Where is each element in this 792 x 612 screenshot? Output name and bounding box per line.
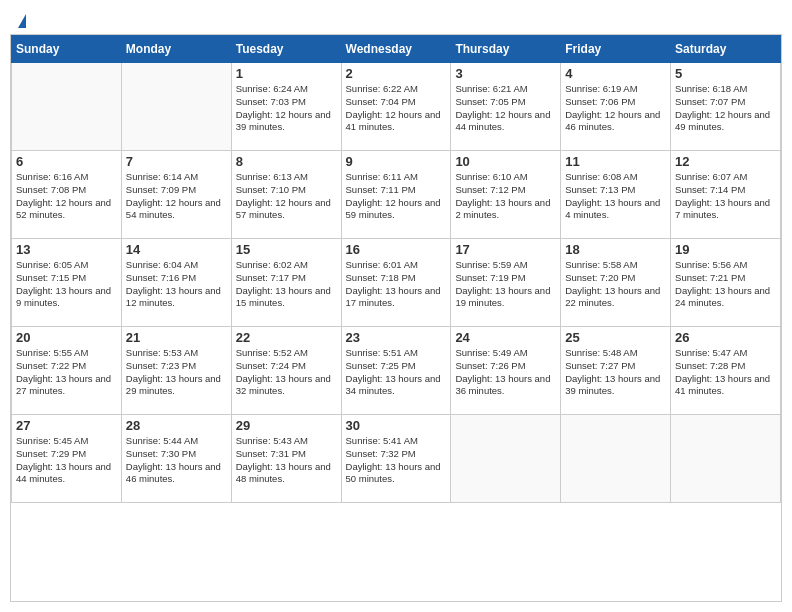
day-number: 4 <box>565 66 666 81</box>
daylight-text: Daylight: 13 hours and 48 minutes. <box>236 461 337 487</box>
cell-content: Sunrise: 6:22 AMSunset: 7:04 PMDaylight:… <box>346 83 447 134</box>
dow-header-saturday: Saturday <box>671 36 781 63</box>
dow-header-thursday: Thursday <box>451 36 561 63</box>
day-number: 23 <box>346 330 447 345</box>
calendar-cell <box>671 415 781 503</box>
calendar-cell: 28Sunrise: 5:44 AMSunset: 7:30 PMDayligh… <box>121 415 231 503</box>
sunset-text: Sunset: 7:32 PM <box>346 448 447 461</box>
calendar-cell: 11Sunrise: 6:08 AMSunset: 7:13 PMDayligh… <box>561 151 671 239</box>
sunrise-text: Sunrise: 5:51 AM <box>346 347 447 360</box>
sunrise-text: Sunrise: 5:45 AM <box>16 435 117 448</box>
cell-content: Sunrise: 5:48 AMSunset: 7:27 PMDaylight:… <box>565 347 666 398</box>
calendar-cell: 5Sunrise: 6:18 AMSunset: 7:07 PMDaylight… <box>671 63 781 151</box>
sunrise-text: Sunrise: 6:19 AM <box>565 83 666 96</box>
day-number: 7 <box>126 154 227 169</box>
day-number: 3 <box>455 66 556 81</box>
calendar-cell: 7Sunrise: 6:14 AMSunset: 7:09 PMDaylight… <box>121 151 231 239</box>
cell-content: Sunrise: 5:55 AMSunset: 7:22 PMDaylight:… <box>16 347 117 398</box>
daylight-text: Daylight: 13 hours and 17 minutes. <box>346 285 447 311</box>
sunrise-text: Sunrise: 6:10 AM <box>455 171 556 184</box>
week-row-4: 20Sunrise: 5:55 AMSunset: 7:22 PMDayligh… <box>12 327 781 415</box>
daylight-text: Daylight: 12 hours and 54 minutes. <box>126 197 227 223</box>
calendar-cell: 6Sunrise: 6:16 AMSunset: 7:08 PMDaylight… <box>12 151 122 239</box>
calendar: SundayMondayTuesdayWednesdayThursdayFrid… <box>10 34 782 602</box>
cell-content: Sunrise: 5:58 AMSunset: 7:20 PMDaylight:… <box>565 259 666 310</box>
sunrise-text: Sunrise: 6:14 AM <box>126 171 227 184</box>
calendar-body: 1Sunrise: 6:24 AMSunset: 7:03 PMDaylight… <box>12 63 781 503</box>
sunset-text: Sunset: 7:28 PM <box>675 360 776 373</box>
cell-content: Sunrise: 6:07 AMSunset: 7:14 PMDaylight:… <box>675 171 776 222</box>
sunset-text: Sunset: 7:10 PM <box>236 184 337 197</box>
sunset-text: Sunset: 7:29 PM <box>16 448 117 461</box>
sunset-text: Sunset: 7:12 PM <box>455 184 556 197</box>
sunrise-text: Sunrise: 6:21 AM <box>455 83 556 96</box>
day-number: 29 <box>236 418 337 433</box>
page: SundayMondayTuesdayWednesdayThursdayFrid… <box>0 0 792 612</box>
sunrise-text: Sunrise: 6:22 AM <box>346 83 447 96</box>
cell-content: Sunrise: 5:43 AMSunset: 7:31 PMDaylight:… <box>236 435 337 486</box>
day-number: 2 <box>346 66 447 81</box>
cell-content: Sunrise: 5:53 AMSunset: 7:23 PMDaylight:… <box>126 347 227 398</box>
sunrise-text: Sunrise: 5:48 AM <box>565 347 666 360</box>
daylight-text: Daylight: 13 hours and 7 minutes. <box>675 197 776 223</box>
sunset-text: Sunset: 7:07 PM <box>675 96 776 109</box>
day-number: 27 <box>16 418 117 433</box>
daylight-text: Daylight: 13 hours and 29 minutes. <box>126 373 227 399</box>
week-row-2: 6Sunrise: 6:16 AMSunset: 7:08 PMDaylight… <box>12 151 781 239</box>
sunset-text: Sunset: 7:19 PM <box>455 272 556 285</box>
cell-content: Sunrise: 6:10 AMSunset: 7:12 PMDaylight:… <box>455 171 556 222</box>
sunset-text: Sunset: 7:15 PM <box>16 272 117 285</box>
calendar-cell: 10Sunrise: 6:10 AMSunset: 7:12 PMDayligh… <box>451 151 561 239</box>
sunset-text: Sunset: 7:16 PM <box>126 272 227 285</box>
sunset-text: Sunset: 7:27 PM <box>565 360 666 373</box>
day-number: 28 <box>126 418 227 433</box>
calendar-cell: 17Sunrise: 5:59 AMSunset: 7:19 PMDayligh… <box>451 239 561 327</box>
sunset-text: Sunset: 7:14 PM <box>675 184 776 197</box>
day-number: 22 <box>236 330 337 345</box>
cell-content: Sunrise: 5:45 AMSunset: 7:29 PMDaylight:… <box>16 435 117 486</box>
cell-content: Sunrise: 6:19 AMSunset: 7:06 PMDaylight:… <box>565 83 666 134</box>
daylight-text: Daylight: 12 hours and 57 minutes. <box>236 197 337 223</box>
day-number: 11 <box>565 154 666 169</box>
day-number: 14 <box>126 242 227 257</box>
day-number: 10 <box>455 154 556 169</box>
day-number: 25 <box>565 330 666 345</box>
logo-triangle-icon <box>18 14 26 28</box>
daylight-text: Daylight: 12 hours and 49 minutes. <box>675 109 776 135</box>
daylight-text: Daylight: 13 hours and 9 minutes. <box>16 285 117 311</box>
cell-content: Sunrise: 5:41 AMSunset: 7:32 PMDaylight:… <box>346 435 447 486</box>
day-number: 6 <box>16 154 117 169</box>
daylight-text: Daylight: 13 hours and 50 minutes. <box>346 461 447 487</box>
day-number: 1 <box>236 66 337 81</box>
daylight-text: Daylight: 13 hours and 12 minutes. <box>126 285 227 311</box>
dow-header-wednesday: Wednesday <box>341 36 451 63</box>
cell-content: Sunrise: 6:14 AMSunset: 7:09 PMDaylight:… <box>126 171 227 222</box>
cell-content: Sunrise: 6:08 AMSunset: 7:13 PMDaylight:… <box>565 171 666 222</box>
daylight-text: Daylight: 13 hours and 36 minutes. <box>455 373 556 399</box>
cell-content: Sunrise: 6:21 AMSunset: 7:05 PMDaylight:… <box>455 83 556 134</box>
calendar-cell: 16Sunrise: 6:01 AMSunset: 7:18 PMDayligh… <box>341 239 451 327</box>
day-of-week-row: SundayMondayTuesdayWednesdayThursdayFrid… <box>12 36 781 63</box>
sunset-text: Sunset: 7:25 PM <box>346 360 447 373</box>
sunrise-text: Sunrise: 6:18 AM <box>675 83 776 96</box>
sunrise-text: Sunrise: 5:55 AM <box>16 347 117 360</box>
sunrise-text: Sunrise: 5:43 AM <box>236 435 337 448</box>
day-number: 26 <box>675 330 776 345</box>
sunrise-text: Sunrise: 5:52 AM <box>236 347 337 360</box>
daylight-text: Daylight: 12 hours and 39 minutes. <box>236 109 337 135</box>
cell-content: Sunrise: 6:05 AMSunset: 7:15 PMDaylight:… <box>16 259 117 310</box>
cell-content: Sunrise: 6:04 AMSunset: 7:16 PMDaylight:… <box>126 259 227 310</box>
calendar-cell: 14Sunrise: 6:04 AMSunset: 7:16 PMDayligh… <box>121 239 231 327</box>
calendar-cell: 12Sunrise: 6:07 AMSunset: 7:14 PMDayligh… <box>671 151 781 239</box>
sunset-text: Sunset: 7:18 PM <box>346 272 447 285</box>
sunset-text: Sunset: 7:22 PM <box>16 360 117 373</box>
week-row-3: 13Sunrise: 6:05 AMSunset: 7:15 PMDayligh… <box>12 239 781 327</box>
sunset-text: Sunset: 7:17 PM <box>236 272 337 285</box>
day-number: 8 <box>236 154 337 169</box>
cell-content: Sunrise: 5:59 AMSunset: 7:19 PMDaylight:… <box>455 259 556 310</box>
sunrise-text: Sunrise: 6:01 AM <box>346 259 447 272</box>
sunset-text: Sunset: 7:11 PM <box>346 184 447 197</box>
calendar-cell: 8Sunrise: 6:13 AMSunset: 7:10 PMDaylight… <box>231 151 341 239</box>
daylight-text: Daylight: 13 hours and 34 minutes. <box>346 373 447 399</box>
day-number: 9 <box>346 154 447 169</box>
